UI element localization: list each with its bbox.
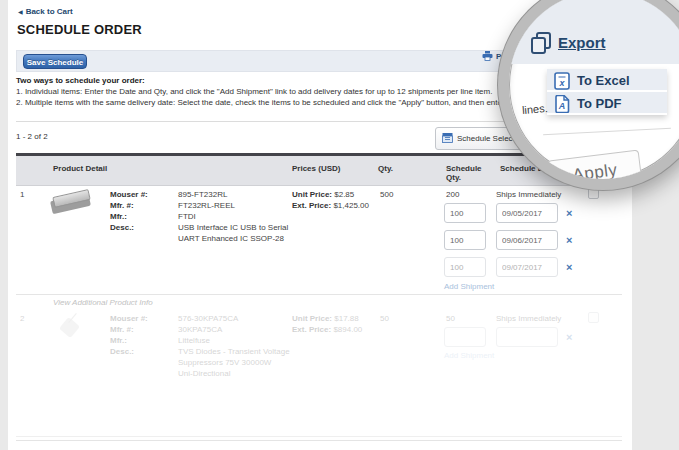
svg-text:A: A (558, 101, 566, 111)
row2-select-checkbox[interactable] (588, 312, 599, 323)
row2-ships-immediately: Ships Immediately (496, 314, 561, 323)
svg-text:x: x (558, 78, 565, 88)
magnified-text-fragment: lines. (522, 102, 549, 116)
row2-add-shipment-link[interactable]: Add Shipment (444, 351, 494, 360)
row2-qty: 50 (380, 314, 389, 323)
bottom-divider-1 (16, 436, 622, 437)
to-pdf-label: To PDF (577, 96, 622, 111)
ext-price-label: Ext. Price: (292, 325, 331, 334)
row2-mouser-part-link[interactable]: 576-30KPA75CA (178, 314, 238, 323)
row2-mouser-label: Mouser #: (110, 314, 148, 323)
row2-number: 2 (20, 314, 24, 323)
row2-ext-price: Ext. Price: $894.00 (292, 325, 362, 334)
row2-shipment1-remove-icon[interactable]: × (566, 332, 572, 342)
row2-mfrno-label: Mfr. #: (110, 325, 134, 334)
menu-item-to-excel[interactable]: x To Excel (547, 69, 667, 92)
row2-mfr-part: 30KPA75CA (178, 325, 222, 334)
row2-desc-2: Suppressors 75V 30000W (178, 358, 271, 367)
ext-price-value: $894.00 (333, 325, 362, 334)
excel-file-icon: x (554, 72, 570, 90)
export-label: Export (558, 34, 606, 51)
unit-price-label: Unit Price: (292, 314, 332, 323)
unit-price-value: $17.88 (334, 314, 358, 323)
row2-shipment1-qty-input[interactable] (444, 327, 486, 347)
export-button[interactable]: Export (529, 31, 659, 61)
row2-mfr-label: Mfr.: (110, 336, 127, 345)
export-dropdown-menu: x To Excel A To PDF (547, 69, 667, 115)
row2-desc-1: TVS Diodes - Transient Voltage (178, 347, 290, 356)
row2-schedule-qty: 50 (446, 314, 455, 323)
row2-manufacturer: Littelfuse (178, 336, 210, 345)
export-copy-icon (529, 31, 553, 57)
bottom-divider-2 (16, 440, 622, 441)
row2-desc-label: Desc.: (110, 347, 134, 356)
magnified-hairline (543, 128, 671, 136)
to-excel-label: To Excel (577, 73, 630, 88)
row2-shipment1-date-input[interactable] (496, 327, 558, 347)
row2-desc-3: Uni-Directional (178, 369, 230, 378)
menu-item-to-pdf[interactable]: A To PDF (547, 92, 667, 115)
row2-unit-price: Unit Price: $17.88 (292, 314, 359, 323)
pdf-file-icon: A (554, 95, 570, 113)
